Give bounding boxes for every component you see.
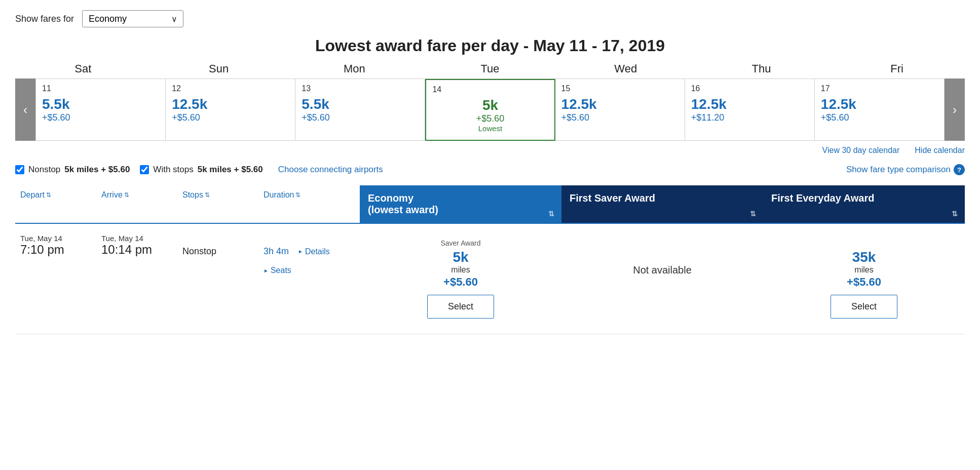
col-header-economy: Economy (lowest award) ⇅ [360,185,561,223]
stops-label: Stops [182,190,203,200]
economy-fare-cell: Saver Award 5k miles +$5.60 Select [360,234,561,324]
cal-day-num-15: 15 [561,84,679,93]
first-saver-title: First Saver Award [570,192,755,204]
first-everyday-fare-cell: 35k miles +$5.60 Select [763,234,965,324]
col-header-first-saver: First Saver Award ⇅ [561,185,763,223]
first-everyday-title: First Everyday Award [771,192,957,204]
details-triangle-icon: ► [298,249,303,254]
hide-calendar-link[interactable]: Hide calendar [915,146,965,155]
economy-award-type: Saver Award [368,239,553,247]
calendar-row: ‹ 11 5.5k +$5.60 12 12.5k +$5.60 13 5.5k [15,79,965,141]
cal-fee-14: +$5.60 [432,113,548,124]
economy-miles-unit: miles [368,265,553,275]
cal-fee-15: +$5.60 [561,112,679,123]
flight-stops: Nonstop [182,246,253,257]
depart-sort-arrows: ⇅ [46,191,51,199]
cal-lowest-14: Lowest [432,124,548,133]
col-header-first-everyday: First Everyday Award ⇅ [763,185,965,223]
col-header-duration: Duration ⇅ [258,185,360,223]
depart-sort-link[interactable]: Depart ⇅ [20,190,51,200]
first-saver-sort-icon: ⇅ [750,210,756,218]
calendar-day-12[interactable]: 12 12.5k +$5.60 [166,79,295,141]
first-everyday-miles-unit: miles [771,265,957,275]
day-mon: Mon [286,60,422,77]
stops-cell: Nonstop [177,234,258,257]
calendar-day-15[interactable]: 15 12.5k +$5.60 [555,79,685,141]
calendar-title: Lowest award fare per day - May 11 - 17,… [15,36,965,55]
calendar-prev-button[interactable]: ‹ [15,79,35,141]
with-stops-label: With stops [153,165,193,175]
filter-row: Nonstop 5k miles + $5.60 With stops 5k m… [15,164,965,175]
duration-label: Duration [263,190,294,200]
first-everyday-sort-icon: ⇅ [952,210,958,218]
cal-day-num-17: 17 [821,84,938,93]
cal-fee-13: +$5.60 [301,112,419,123]
cal-miles-17: 12.5k [821,96,938,112]
depart-time: 7:10 pm [20,243,91,257]
fare-type-help-icon[interactable]: ? [954,164,965,175]
cal-day-num-16: 16 [691,84,808,93]
calendar-day-16[interactable]: 16 12.5k +$11.20 [685,79,815,141]
first-everyday-award-type [771,239,957,247]
seats-link[interactable]: ► Seats [263,266,291,275]
calendar-days-header: Sat Sun Mon Tue Wed Thu Fri [15,60,965,77]
day-wed: Wed [558,60,694,77]
first-saver-fare-cell: Not available [561,234,763,281]
seats-triangle-icon: ► [263,268,269,273]
arrive-sort-link[interactable]: Arrive ⇅ [101,190,129,200]
cabin-select[interactable]: Economy First Business [82,10,183,27]
cal-fee-12: +$5.60 [172,112,289,123]
nonstop-filter: Nonstop 5k miles + $5.60 [15,165,130,175]
seats-label: Seats [271,266,291,275]
results-area: Depart ⇅ Arrive ⇅ Stops ⇅ [15,185,965,334]
calendar-day-14[interactable]: 14 5k +$5.60 Lowest [425,79,555,141]
cal-miles-14: 5k [432,97,548,113]
flight-row-0: Tue, May 14 7:10 pm Tue, May 14 10:14 pm… [15,224,965,334]
economy-col-title: Economy (lowest award) [368,192,553,216]
flight-duration: 3h 4m [263,246,289,257]
col-header-depart: Depart ⇅ [15,185,96,223]
arrive-date: Tue, May 14 [101,234,172,243]
nonstop-label: Nonstop [28,165,60,175]
details-link[interactable]: ► Details [298,247,330,256]
cal-day-num-13: 13 [301,84,419,93]
calendar-day-13[interactable]: 13 5.5k +$5.60 [295,79,425,141]
with-stops-checkbox[interactable] [140,165,149,174]
depart-label: Depart [20,190,45,200]
with-stops-miles: 5k miles + $5.60 [198,165,263,175]
fare-type-comparison-label: Show fare type comparison [846,165,951,175]
cal-fee-17: +$5.60 [821,112,938,123]
cal-miles-16: 12.5k [691,96,808,112]
calendar-links: View 30 day calendar Hide calendar [15,146,965,155]
stops-sort-link[interactable]: Stops ⇅ [182,190,210,200]
day-fri: Fri [829,60,965,77]
stops-sort-arrows: ⇅ [205,191,210,199]
cal-day-num-14: 14 [432,85,548,94]
calendar-day-11[interactable]: 11 5.5k +$5.60 [36,79,166,141]
duration-cell: 3h 4m ► Details ► Seats [258,234,360,275]
cal-miles-12: 12.5k [172,96,289,112]
cal-miles-15: 12.5k [561,96,679,112]
fares-for-row: Show fares for Economy First Business [15,10,965,27]
economy-select-button[interactable]: Select [427,295,494,319]
nonstop-miles: 5k miles + $5.60 [64,165,130,175]
calendar-day-17[interactable]: 17 12.5k +$5.60 [815,79,945,141]
day-tue: Tue [422,60,558,77]
nonstop-checkbox[interactable] [15,165,24,174]
first-everyday-select-button[interactable]: Select [831,295,897,319]
calendar-next-button[interactable]: › [945,79,965,141]
fare-type-comparison[interactable]: Show fare type comparison ? [846,164,965,175]
duration-sort-link[interactable]: Duration ⇅ [263,190,300,200]
choose-airports-link[interactable]: Choose connecting airports [278,165,383,175]
details-label: Details [305,247,330,256]
arrive-time: 10:14 pm [101,243,172,257]
first-saver-not-available: Not available [633,264,692,276]
economy-sort-icon: ⇅ [548,210,554,218]
cal-day-num-12: 12 [172,84,289,93]
first-everyday-fee: +$5.60 [771,276,957,289]
economy-miles: 5k [368,249,553,265]
first-everyday-miles: 35k [771,249,957,265]
cabin-select-wrapper: Economy First Business [82,10,183,27]
page: Show fares for Economy First Business Lo… [0,0,980,470]
view-30-day-link[interactable]: View 30 day calendar [822,146,900,155]
